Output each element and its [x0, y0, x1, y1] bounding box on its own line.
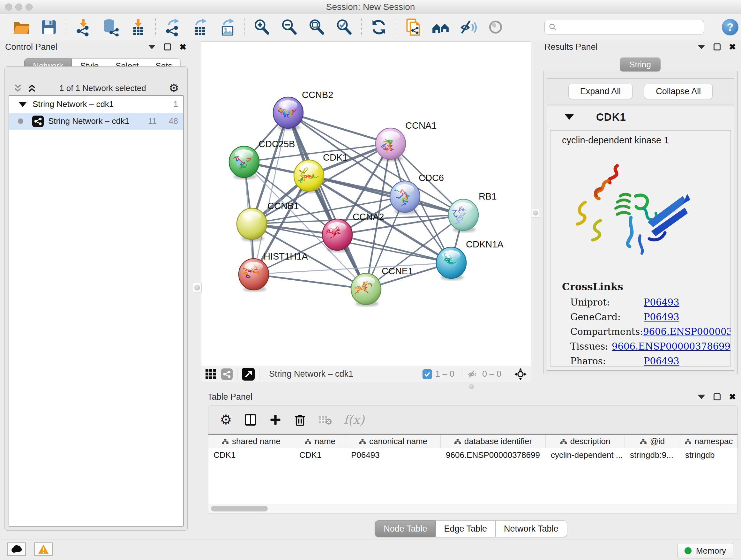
- column-header-namespac[interactable]: namespac: [680, 435, 738, 448]
- crosslink-link[interactable]: P06493: [644, 297, 679, 308]
- open-session-icon[interactable]: [8, 15, 35, 39]
- network-canvas[interactable]: CCNB2CCNA1CDC25BCDK1CDC6RB1CCNB1CCNA2CDK…: [201, 42, 531, 366]
- column-header--id[interactable]: @id: [625, 435, 680, 448]
- save-session-icon[interactable]: [35, 15, 63, 39]
- toolbar-separator: [396, 18, 396, 37]
- app-status-icon[interactable]: [482, 15, 509, 39]
- search-icon: [549, 23, 557, 31]
- expand-all-icon[interactable]: [27, 83, 37, 93]
- network-edge[interactable]: [288, 113, 366, 289]
- gene-header[interactable]: CDK1: [547, 107, 734, 127]
- node-label: CDK1: [323, 152, 347, 163]
- birdseye-view-icon[interactable]: [242, 368, 255, 381]
- zoom-in-icon[interactable]: [248, 15, 276, 39]
- tab-node-table[interactable]: Node Table: [375, 520, 435, 537]
- show-all-panels-icon[interactable]: [427, 15, 455, 39]
- column-attribute-icon: [359, 438, 366, 445]
- zoom-out-icon[interactable]: [276, 15, 303, 39]
- search-field[interactable]: [544, 20, 704, 35]
- right-splitter-grip[interactable]: [532, 208, 539, 218]
- update-icon[interactable]: [365, 15, 393, 39]
- warnings-button[interactable]: [34, 543, 53, 556]
- automation-button[interactable]: [7, 543, 26, 556]
- toolbar-separator: [361, 18, 362, 37]
- crosslink-link[interactable]: P06493: [644, 356, 679, 367]
- table-settings-gear-icon[interactable]: ⚙: [220, 413, 232, 427]
- zoom-selected-icon[interactable]: [331, 15, 358, 39]
- network-graph[interactable]: CCNB2CCNA1CDC25BCDK1CDC6RB1CCNB1CCNA2CDK…: [201, 42, 531, 366]
- export-table-icon[interactable]: [186, 15, 214, 39]
- collection-expander-icon[interactable]: [18, 102, 27, 107]
- tab-edge-table[interactable]: Edge Table: [435, 520, 495, 537]
- network-row[interactable]: String Network – cdk1 11 48: [9, 113, 183, 130]
- table-row[interactable]: CDK1CDK1P064939606.ENSP00000378699cyclin…: [208, 448, 738, 462]
- table-cell[interactable]: P06493: [346, 448, 441, 462]
- clone-network-icon[interactable]: [400, 15, 427, 39]
- panel-float-icon[interactable]: [714, 44, 721, 51]
- panel-float-icon[interactable]: [164, 44, 171, 51]
- crosslink-link[interactable]: 9606.ENSP00000378699: [612, 341, 731, 352]
- horizontal-scrollbar[interactable]: [208, 504, 738, 513]
- zoom-fit-icon[interactable]: [303, 15, 331, 39]
- left-splitter-grip[interactable]: [193, 283, 202, 293]
- import-network-file-icon[interactable]: [70, 15, 97, 39]
- hide-panels-icon[interactable]: [455, 15, 482, 39]
- search-input[interactable]: [560, 22, 700, 32]
- table-cell[interactable]: stringdb:9...: [625, 448, 680, 462]
- bottom-splitter-grip[interactable]: [467, 383, 476, 389]
- panel-close-icon[interactable]: ✖: [729, 393, 736, 401]
- delete-column-icon[interactable]: [293, 413, 307, 427]
- panel-close-icon[interactable]: ✖: [729, 43, 736, 51]
- network-edge[interactable]: [254, 274, 366, 289]
- export-network-icon[interactable]: [159, 15, 186, 39]
- crosslink-link[interactable]: 9606.ENSP00000378699: [643, 326, 731, 337]
- status-bar: Memory: [0, 540, 741, 560]
- table-cell[interactable]: stringdb: [680, 448, 738, 462]
- network-view-icon[interactable]: [221, 368, 232, 380]
- network-edge[interactable]: [254, 113, 288, 274]
- tab-string[interactable]: String: [620, 57, 661, 71]
- table-cell[interactable]: 9606.ENSP00000378699: [441, 448, 546, 462]
- create-column-icon[interactable]: [269, 414, 282, 426]
- collapse-all-button[interactable]: Collapse All: [644, 84, 713, 99]
- collapse-all-icon[interactable]: [13, 83, 23, 93]
- network-node-CCNA1[interactable]: CCNA1: [376, 120, 436, 161]
- column-header-canonical-name[interactable]: canonical name: [346, 435, 441, 448]
- selected-nodes-checkbox[interactable]: [422, 369, 432, 379]
- memory-button[interactable]: Memory: [677, 543, 733, 558]
- network-collection-row[interactable]: String Network – cdk1 1: [9, 96, 183, 113]
- import-network-database-icon[interactable]: [97, 15, 125, 39]
- column-attribute-icon: [454, 438, 461, 445]
- column-header-shared-name[interactable]: shared name: [208, 435, 294, 448]
- network-node-RB1[interactable]: RB1: [448, 191, 496, 233]
- grid-view-icon[interactable]: [205, 368, 217, 380]
- scrollbar-thumb[interactable]: [211, 506, 268, 511]
- node-label: CCNA2: [353, 212, 384, 222]
- network-list: String Network – cdk1 1 String Network –…: [9, 96, 184, 526]
- column-attribute-icon: [684, 438, 691, 445]
- column-header-name[interactable]: name: [294, 435, 346, 448]
- panel-menu-icon[interactable]: [697, 395, 705, 399]
- crosslink-row: Uniprot:P06493: [562, 297, 731, 307]
- network-node-CDKN1A[interactable]: CDKN1A: [436, 239, 503, 280]
- table-cell[interactable]: cyclin-dependent ...: [546, 448, 625, 462]
- crosslink-link[interactable]: P06493: [644, 312, 679, 322]
- panel-float-icon[interactable]: [714, 393, 721, 400]
- fit-selected-crosshair-icon[interactable]: [514, 368, 527, 381]
- show-columns-icon[interactable]: [244, 413, 258, 427]
- table-cell[interactable]: CDK1: [294, 448, 346, 462]
- panel-close-icon[interactable]: ✖: [179, 43, 186, 51]
- import-table-file-icon[interactable]: [125, 15, 152, 39]
- table-cell[interactable]: CDK1: [208, 448, 294, 462]
- column-header-description[interactable]: description: [546, 435, 625, 448]
- column-header-database-identifier[interactable]: database identifier: [441, 435, 546, 448]
- tab-network-table[interactable]: Network Table: [495, 520, 567, 537]
- panel-menu-icon[interactable]: [697, 45, 705, 49]
- export-image-icon[interactable]: [214, 15, 241, 39]
- expand-all-button[interactable]: Expand All: [568, 84, 633, 99]
- network-edge[interactable]: [288, 113, 391, 144]
- network-options-gear-icon[interactable]: ⚙: [169, 82, 179, 94]
- help-icon[interactable]: ?: [722, 19, 738, 36]
- gene-expander-icon[interactable]: [565, 114, 574, 120]
- panel-menu-icon[interactable]: [148, 45, 156, 49]
